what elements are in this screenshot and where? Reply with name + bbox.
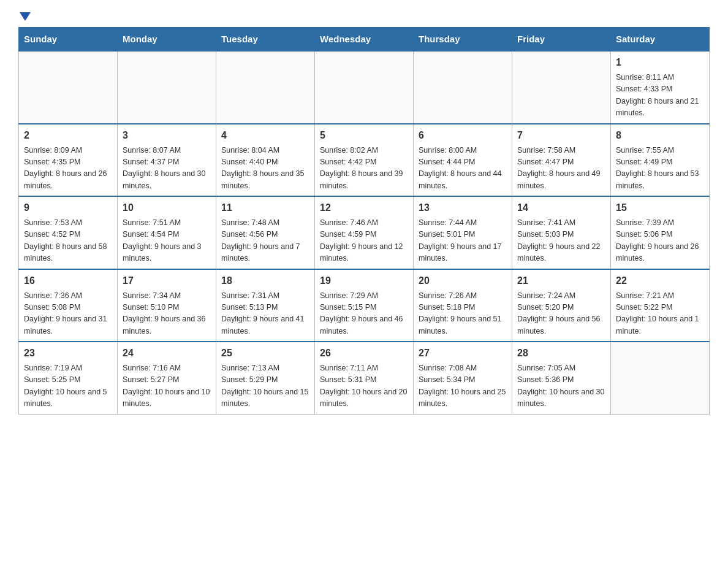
day-info: Sunrise: 7:53 AMSunset: 4:52 PMDaylight:… — [24, 217, 112, 265]
calendar-cell: 15Sunrise: 7:39 AMSunset: 5:06 PMDayligh… — [611, 196, 710, 269]
weekday-header-tuesday: Tuesday — [216, 28, 315, 52]
day-number: 13 — [419, 201, 507, 215]
day-number: 7 — [517, 128, 605, 143]
day-number: 23 — [24, 346, 112, 361]
calendar-cell — [19, 51, 118, 124]
day-number: 17 — [123, 274, 211, 288]
calendar-cell — [512, 51, 611, 124]
calendar-cell: 25Sunrise: 7:13 AMSunset: 5:29 PMDayligh… — [216, 342, 315, 414]
calendar-cell — [216, 51, 315, 124]
day-info: Sunrise: 8:00 AMSunset: 4:44 PMDaylight:… — [419, 145, 507, 193]
calendar-header-row: SundayMondayTuesdayWednesdayThursdayFrid… — [19, 28, 710, 52]
day-info: Sunrise: 8:04 AMSunset: 4:40 PMDaylight:… — [221, 145, 309, 193]
day-info: Sunrise: 7:31 AMSunset: 5:13 PMDaylight:… — [221, 290, 309, 338]
calendar-week-row: 2Sunrise: 8:09 AMSunset: 4:35 PMDaylight… — [19, 124, 710, 197]
calendar-cell — [414, 51, 512, 124]
calendar-cell: 6Sunrise: 8:00 AMSunset: 4:44 PMDaylight… — [414, 124, 512, 197]
weekday-header-thursday: Thursday — [414, 28, 512, 52]
day-number: 15 — [616, 201, 704, 215]
day-info: Sunrise: 7:46 AMSunset: 4:59 PMDaylight:… — [320, 217, 408, 265]
calendar-cell — [611, 342, 710, 414]
calendar-cell: 12Sunrise: 7:46 AMSunset: 4:59 PMDayligh… — [315, 196, 414, 269]
calendar-cell: 23Sunrise: 7:19 AMSunset: 5:25 PMDayligh… — [19, 342, 118, 414]
day-info: Sunrise: 7:11 AMSunset: 5:31 PMDaylight:… — [320, 362, 408, 410]
day-info: Sunrise: 7:55 AMSunset: 4:49 PMDaylight:… — [616, 145, 704, 193]
calendar-cell — [315, 51, 414, 124]
day-info: Sunrise: 7:16 AMSunset: 5:27 PMDaylight:… — [123, 362, 211, 410]
calendar-cell: 10Sunrise: 7:51 AMSunset: 4:54 PMDayligh… — [118, 196, 216, 269]
day-info: Sunrise: 7:51 AMSunset: 4:54 PMDaylight:… — [123, 217, 211, 265]
calendar-cell: 22Sunrise: 7:21 AMSunset: 5:22 PMDayligh… — [611, 269, 710, 342]
day-info: Sunrise: 7:39 AMSunset: 5:06 PMDaylight:… — [616, 217, 704, 265]
weekday-header-saturday: Saturday — [611, 28, 710, 52]
day-number: 10 — [123, 201, 211, 215]
day-number: 4 — [221, 128, 309, 143]
calendar-cell: 14Sunrise: 7:41 AMSunset: 5:03 PMDayligh… — [512, 196, 611, 269]
day-number: 22 — [616, 274, 704, 288]
day-info: Sunrise: 7:05 AMSunset: 5:36 PMDaylight:… — [517, 362, 605, 410]
day-number: 16 — [24, 274, 112, 288]
day-number: 24 — [123, 346, 211, 361]
day-info: Sunrise: 8:09 AMSunset: 4:35 PMDaylight:… — [24, 145, 112, 193]
day-number: 14 — [517, 201, 605, 215]
day-info: Sunrise: 7:44 AMSunset: 5:01 PMDaylight:… — [419, 217, 507, 265]
day-number: 6 — [419, 128, 507, 143]
day-info: Sunrise: 7:48 AMSunset: 4:56 PMDaylight:… — [221, 217, 309, 265]
calendar-table: SundayMondayTuesdayWednesdayThursdayFrid… — [18, 27, 710, 415]
day-number: 11 — [221, 201, 309, 215]
day-info: Sunrise: 7:36 AMSunset: 5:08 PMDaylight:… — [24, 290, 112, 338]
day-number: 28 — [517, 346, 605, 361]
calendar-cell: 26Sunrise: 7:11 AMSunset: 5:31 PMDayligh… — [315, 342, 414, 414]
calendar-cell: 4Sunrise: 8:04 AMSunset: 4:40 PMDaylight… — [216, 124, 315, 197]
day-info: Sunrise: 7:58 AMSunset: 4:47 PMDaylight:… — [517, 145, 605, 193]
calendar-week-row: 9Sunrise: 7:53 AMSunset: 4:52 PMDaylight… — [19, 196, 710, 269]
day-number: 19 — [320, 274, 408, 288]
calendar-cell: 24Sunrise: 7:16 AMSunset: 5:27 PMDayligh… — [118, 342, 216, 414]
weekday-header-friday: Friday — [512, 28, 611, 52]
day-number: 18 — [221, 274, 309, 288]
calendar-cell: 21Sunrise: 7:24 AMSunset: 5:20 PMDayligh… — [512, 269, 611, 342]
logo — [18, 12, 31, 21]
calendar-cell: 18Sunrise: 7:31 AMSunset: 5:13 PMDayligh… — [216, 269, 315, 342]
day-info: Sunrise: 7:34 AMSunset: 5:10 PMDaylight:… — [123, 290, 211, 338]
day-number: 12 — [320, 201, 408, 215]
calendar-week-row: 23Sunrise: 7:19 AMSunset: 5:25 PMDayligh… — [19, 342, 710, 414]
day-number: 2 — [24, 128, 112, 143]
calendar-cell: 13Sunrise: 7:44 AMSunset: 5:01 PMDayligh… — [414, 196, 512, 269]
day-info: Sunrise: 7:41 AMSunset: 5:03 PMDaylight:… — [517, 217, 605, 265]
day-number: 3 — [123, 128, 211, 143]
day-number: 25 — [221, 346, 309, 361]
weekday-header-wednesday: Wednesday — [315, 28, 414, 52]
calendar-cell: 11Sunrise: 7:48 AMSunset: 4:56 PMDayligh… — [216, 196, 315, 269]
day-number: 27 — [419, 346, 507, 361]
calendar-cell — [118, 51, 216, 124]
day-info: Sunrise: 7:21 AMSunset: 5:22 PMDaylight:… — [616, 290, 704, 338]
day-info: Sunrise: 8:02 AMSunset: 4:42 PMDaylight:… — [320, 145, 408, 193]
day-info: Sunrise: 7:24 AMSunset: 5:20 PMDaylight:… — [517, 290, 605, 338]
day-info: Sunrise: 7:08 AMSunset: 5:34 PMDaylight:… — [419, 362, 507, 410]
day-number: 8 — [616, 128, 704, 143]
day-info: Sunrise: 7:29 AMSunset: 5:15 PMDaylight:… — [320, 290, 408, 338]
day-info: Sunrise: 7:26 AMSunset: 5:18 PMDaylight:… — [419, 290, 507, 338]
calendar-cell: 8Sunrise: 7:55 AMSunset: 4:49 PMDaylight… — [611, 124, 710, 197]
calendar-cell: 28Sunrise: 7:05 AMSunset: 5:36 PMDayligh… — [512, 342, 611, 414]
day-info: Sunrise: 8:07 AMSunset: 4:37 PMDaylight:… — [123, 145, 211, 193]
calendar-cell: 1Sunrise: 8:11 AMSunset: 4:33 PMDaylight… — [611, 51, 710, 124]
page-header — [18, 12, 710, 21]
calendar-cell: 17Sunrise: 7:34 AMSunset: 5:10 PMDayligh… — [118, 269, 216, 342]
day-info: Sunrise: 8:11 AMSunset: 4:33 PMDaylight:… — [616, 72, 704, 120]
day-info: Sunrise: 7:19 AMSunset: 5:25 PMDaylight:… — [24, 362, 112, 410]
calendar-week-row: 16Sunrise: 7:36 AMSunset: 5:08 PMDayligh… — [19, 269, 710, 342]
calendar-cell: 2Sunrise: 8:09 AMSunset: 4:35 PMDaylight… — [19, 124, 118, 197]
calendar-cell: 3Sunrise: 8:07 AMSunset: 4:37 PMDaylight… — [118, 124, 216, 197]
calendar-cell: 19Sunrise: 7:29 AMSunset: 5:15 PMDayligh… — [315, 269, 414, 342]
weekday-header-sunday: Sunday — [19, 28, 118, 52]
logo-triangle-icon — [20, 12, 31, 21]
weekday-header-monday: Monday — [118, 28, 216, 52]
day-number: 21 — [517, 274, 605, 288]
calendar-cell: 20Sunrise: 7:26 AMSunset: 5:18 PMDayligh… — [414, 269, 512, 342]
calendar-cell: 16Sunrise: 7:36 AMSunset: 5:08 PMDayligh… — [19, 269, 118, 342]
day-number: 26 — [320, 346, 408, 361]
calendar-cell: 27Sunrise: 7:08 AMSunset: 5:34 PMDayligh… — [414, 342, 512, 414]
day-number: 9 — [24, 201, 112, 215]
